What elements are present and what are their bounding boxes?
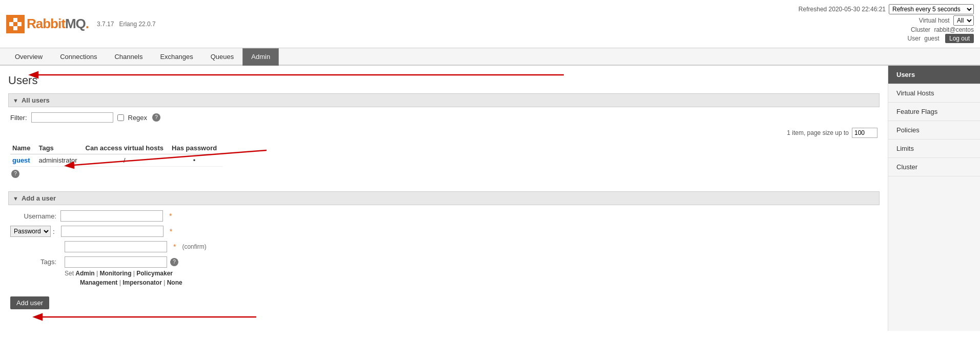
version-number: 3.7.17 — [97, 21, 114, 28]
table-row[interactable]: guest administrator / • — [10, 154, 223, 167]
add-user-header[interactable]: ▼ Add a user — [8, 191, 880, 205]
svg-rect-2 — [13, 26, 17, 30]
password-type-select[interactable]: Password Hashed — [10, 226, 51, 237]
tag-monitoring[interactable]: Monitoring — [100, 270, 132, 277]
username-required: * — [169, 212, 172, 220]
all-users-body: Filter: Regex ? 1 item, page size up to … — [8, 107, 880, 183]
tag-management[interactable]: Management — [80, 279, 117, 286]
nav-overview[interactable]: Overview — [6, 48, 51, 66]
set-label: Set — [65, 270, 74, 277]
nav-admin[interactable]: Admin — [242, 48, 279, 66]
nav-exchanges[interactable]: Exchanges — [151, 48, 201, 66]
logo-text: RabbitMQ. — [27, 16, 89, 32]
logo: RabbitMQ. — [6, 15, 89, 33]
confirm-text: (confirm) — [182, 243, 206, 250]
table-help-icon[interactable]: ? — [11, 170, 19, 178]
top-right-info: Refreshed 2020-05-30 22:46:21 Refresh ev… — [799, 4, 974, 44]
username-input[interactable] — [60, 210, 163, 222]
sidebar-item-policies[interactable]: Policies — [888, 121, 980, 140]
filter-input[interactable] — [31, 112, 113, 123]
svg-rect-0 — [9, 22, 13, 26]
col-name: Name — [10, 142, 36, 154]
password-row: Password Hashed : * — [10, 226, 877, 237]
nav-queues[interactable]: Queues — [202, 48, 243, 66]
tag-links-row1: Admin | Monitoring | Policymaker — [75, 270, 173, 277]
users-table-head: Name Tags Can access virtual hosts Has p… — [10, 142, 223, 154]
erlang-version: Erlang 22.0.7 — [119, 21, 155, 28]
password-confirm-required: * — [173, 243, 176, 251]
add-user-label: Add a user — [22, 194, 56, 202]
page-size-text: 1 item, page size up to — [787, 129, 849, 136]
svg-rect-3 — [17, 22, 22, 26]
user-row: User guest Log out — [799, 34, 974, 43]
header: RabbitMQ. 3.7.17 Erlang 22.0.7 Refreshed… — [0, 0, 980, 48]
cluster-value: rabbit@centos — [934, 26, 974, 33]
virtual-host-select[interactable]: All / — [953, 15, 974, 26]
password-confirm-row: * (confirm) — [10, 241, 877, 252]
virtual-host-row: Virtual host All / — [799, 15, 974, 26]
nav-channels[interactable]: Channels — [106, 48, 151, 66]
filter-row: Filter: Regex ? — [10, 112, 877, 123]
tag-none[interactable]: None — [167, 279, 182, 286]
rabbitmq-logo-icon — [6, 15, 25, 33]
sidebar-item-limits[interactable]: Limits — [888, 140, 980, 158]
add-user-collapse-icon: ▼ — [13, 195, 18, 202]
refresh-row: Refreshed 2020-05-30 22:46:21 Refresh ev… — [799, 4, 974, 14]
refresh-interval-select[interactable]: Refresh every 5 seconds Refresh every 10… — [889, 4, 974, 14]
all-users-section: ▼ All users Filter: Regex ? 1 item, page… — [8, 93, 880, 183]
sidebar-item-users[interactable]: Users — [888, 66, 980, 84]
regex-checkbox[interactable] — [117, 114, 124, 121]
username-label: Username: — [10, 212, 56, 220]
all-users-header[interactable]: ▼ All users — [8, 93, 880, 107]
sidebar-item-cluster[interactable]: Cluster — [888, 158, 980, 176]
password-input[interactable] — [61, 226, 164, 237]
sidebar: Users Virtual Hosts Feature Flags Polici… — [888, 66, 980, 331]
svg-rect-4 — [14, 23, 16, 25]
user-password-cell: • — [170, 154, 223, 167]
regex-label: Regex — [128, 114, 148, 122]
page-title: Users — [8, 74, 880, 87]
page-size-input[interactable] — [852, 128, 877, 138]
nav-connections[interactable]: Connections — [51, 48, 106, 66]
user-value: guest — [924, 35, 939, 42]
cluster-row: Cluster rabbit@centos — [799, 26, 974, 33]
user-vhosts-cell: / — [84, 154, 170, 167]
add-user-section: ▼ Add a user Username: * Password Hashed — [8, 191, 880, 314]
main-nav: Overview Connections Channels Exchanges … — [0, 48, 980, 66]
password-colon: : — [53, 228, 55, 235]
tags-help-icon[interactable]: ? — [170, 258, 178, 266]
add-user-button-row: Add user — [10, 292, 877, 309]
tags-row: Tags: ? Set Admin | Monitoring — [10, 256, 877, 286]
all-users-label: All users — [22, 96, 50, 104]
page-size-row: 1 item, page size up to — [10, 128, 877, 138]
user-name-cell: guest — [10, 154, 36, 167]
refreshed-text: Refreshed 2020-05-30 22:46:21 — [799, 6, 886, 13]
tags-label: Tags: — [10, 258, 56, 266]
sidebar-item-virtual-hosts[interactable]: Virtual Hosts — [888, 84, 980, 103]
col-tags: Tags — [36, 142, 83, 154]
table-header-row: Name Tags Can access virtual hosts Has p… — [10, 142, 223, 154]
add-user-button[interactable]: Add user — [10, 296, 49, 309]
main-content: Users ▼ All users Filter: Regex ? 1 item… — [0, 66, 888, 331]
sidebar-item-feature-flags[interactable]: Feature Flags — [888, 103, 980, 121]
user-tags-cell: administrator — [36, 154, 83, 167]
tag-admin[interactable]: Admin — [75, 270, 94, 277]
users-table-body: guest administrator / • — [10, 154, 223, 167]
password-confirm-input[interactable] — [65, 241, 167, 252]
add-user-body: Username: * Password Hashed : * — [8, 205, 880, 314]
username-row: Username: * — [10, 210, 877, 222]
svg-rect-1 — [13, 18, 17, 22]
password-label-select: Password Hashed : — [10, 226, 55, 237]
version-info: 3.7.17 Erlang 22.0.7 — [97, 21, 156, 28]
tag-impersonator[interactable]: Impersonator — [122, 279, 162, 286]
password-required: * — [170, 227, 172, 235]
logo-area: RabbitMQ. 3.7.17 Erlang 22.0.7 — [6, 15, 156, 33]
tag-policymaker[interactable]: Policymaker — [136, 270, 173, 277]
collapse-icon: ▼ — [13, 97, 18, 104]
logout-button[interactable]: Log out — [945, 34, 974, 43]
main-layout: Users ▼ All users Filter: Regex ? 1 item… — [0, 66, 980, 331]
user-label: User — [908, 35, 921, 42]
tags-input[interactable] — [65, 256, 167, 268]
virtual-host-label: Virtual host — [919, 17, 950, 24]
regex-help-icon[interactable]: ? — [152, 113, 160, 122]
